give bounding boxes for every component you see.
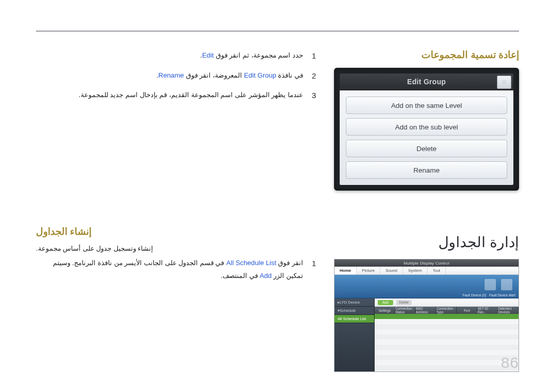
section2-title: إنشاء الجداول xyxy=(36,226,318,237)
content-columns: إعادة تسمية المجموعات Edit Group ✕ Add o… xyxy=(36,49,519,372)
add-same-level-button[interactable]: Add on the same Level xyxy=(346,97,507,114)
mdc-main-panel: Add Delete Settings Connection Status MA… xyxy=(375,298,519,371)
step-text: عندما يظهر المؤشر على اسم المجموعة القدي… xyxy=(79,88,303,103)
rename-steps: 1 حدد اسم مجموعة، ثم انقر فوق Edit. 2 في… xyxy=(36,49,318,103)
col-connstatus: Connection Status xyxy=(395,307,416,314)
mdc-body: ▸ LFD Device ▾ Schedule All Schedule Lis… xyxy=(335,298,519,371)
step-num: 1 xyxy=(310,49,318,64)
add-sub-level-button[interactable]: Add on the sub level xyxy=(346,118,507,136)
spacer2 xyxy=(334,254,519,259)
edit-group-link: Edit Group xyxy=(244,71,276,79)
fault-device-label: Fault Device (0) xyxy=(462,293,486,297)
all-schedule-list-link: All Schedule List xyxy=(226,259,276,267)
mdc-window-title: Multiple Display Control xyxy=(335,259,519,267)
col-settings: Settings xyxy=(375,307,395,314)
section2-desc: إنشاء وتسجيل جدول على أساس مجموعة. xyxy=(36,245,318,252)
sidebar-item-all-schedule-list[interactable]: All Schedule List xyxy=(335,315,374,323)
sidebar-item-schedule[interactable]: ▾ Schedule xyxy=(335,307,374,315)
step-num: 3 xyxy=(310,88,318,103)
spacer xyxy=(334,191,519,223)
step-1: 1 حدد اسم مجموعة، ثم انقر فوق Edit. xyxy=(36,49,318,64)
mdc-sidebar: ▸ LFD Device ▾ Schedule All Schedule Lis… xyxy=(335,298,375,371)
sidebar-item-lfd[interactable]: ▸ LFD Device xyxy=(335,298,374,307)
rename-button[interactable]: Rename xyxy=(346,161,507,179)
mdc-action-row: Add Delete xyxy=(375,298,519,307)
col-mac: MAC Address xyxy=(416,307,436,314)
step-text: انقر فوق All Schedule List في قسم الجدول… xyxy=(36,256,303,282)
mdc-grid-rows xyxy=(375,319,519,371)
mdc-screenshot: Multiple Display Control Home Picture So… xyxy=(334,259,519,372)
page-number: 86 xyxy=(501,354,519,371)
tab-picture[interactable]: Picture xyxy=(357,267,380,274)
gap xyxy=(36,108,318,226)
tab-tool[interactable]: Tool xyxy=(428,267,446,274)
major-heading: إدارة الجداول xyxy=(334,234,519,251)
header-rule xyxy=(36,31,519,31)
step-num: 1 xyxy=(310,256,318,282)
col-detected: Detected Devices xyxy=(498,307,519,314)
document-page: إعادة تسمية المجموعات Edit Group ✕ Add o… xyxy=(0,0,555,392)
mdc-selected-row xyxy=(375,314,519,319)
dialog-title-text: Edit Group xyxy=(407,78,446,86)
right-column: إعادة تسمية المجموعات Edit Group ✕ Add o… xyxy=(334,49,519,372)
toolbar-icons xyxy=(485,279,512,290)
section1-title: إعادة تسمية المجموعات xyxy=(334,49,519,61)
col-conntype: Connection Type xyxy=(436,307,457,314)
tab-sound[interactable]: Sound xyxy=(380,267,403,274)
add-button[interactable]: Add xyxy=(378,300,393,305)
create-step-1: 1 انقر فوق All Schedule List في قسم الجد… xyxy=(36,256,318,282)
step-3: 3 عندما يظهر المؤشر على اسم المجموعة الق… xyxy=(36,88,318,103)
tab-home[interactable]: Home xyxy=(335,267,357,274)
rename-link: Rename xyxy=(158,71,184,79)
add-link: Add xyxy=(260,272,271,279)
left-column: 1 حدد اسم مجموعة، ثم انقر فوق Edit. 2 في… xyxy=(36,49,320,372)
step-text: حدد اسم مجموعة، ثم انقر فوق Edit. xyxy=(200,49,303,64)
edit-link: Edit xyxy=(202,51,214,59)
create-steps: 1 انقر فوق All Schedule List في قسم الجد… xyxy=(36,256,318,282)
fault-alert-icon[interactable] xyxy=(501,279,512,290)
delete-button[interactable]: Delete xyxy=(346,140,507,157)
tab-system[interactable]: System xyxy=(403,267,428,274)
mdc-tabbar: Home Picture Sound System Tool xyxy=(335,267,519,275)
step-text: في نافذة Edit Group المعروضة، انقر فوق R… xyxy=(156,69,303,84)
fault-alert-label: Fault Device Alert xyxy=(489,293,515,297)
mdc-toolbar: Fault Device (0) Fault Device Alert xyxy=(335,275,519,298)
step-2: 2 في نافذة Edit Group المعروضة، انقر فوق… xyxy=(36,69,318,84)
step-num: 2 xyxy=(310,69,318,84)
col-port: Port xyxy=(457,307,477,314)
fault-device-icon[interactable] xyxy=(485,279,496,290)
edit-group-dialog: Edit Group ✕ Add on the same Level Add o… xyxy=(334,68,519,191)
close-icon[interactable]: ✕ xyxy=(497,76,511,89)
mdc-grid-header: Settings Connection Status MAC Address C… xyxy=(375,307,519,314)
col-setid: SET ID Ran... xyxy=(477,307,498,314)
toolbar-labels: Fault Device (0) Fault Device Alert xyxy=(462,293,515,297)
dialog-titlebar: Edit Group ✕ xyxy=(339,73,514,90)
delete-grid-button[interactable]: Delete xyxy=(396,300,412,305)
dialog-body: Add on the same Level Add on the sub lev… xyxy=(339,90,514,185)
